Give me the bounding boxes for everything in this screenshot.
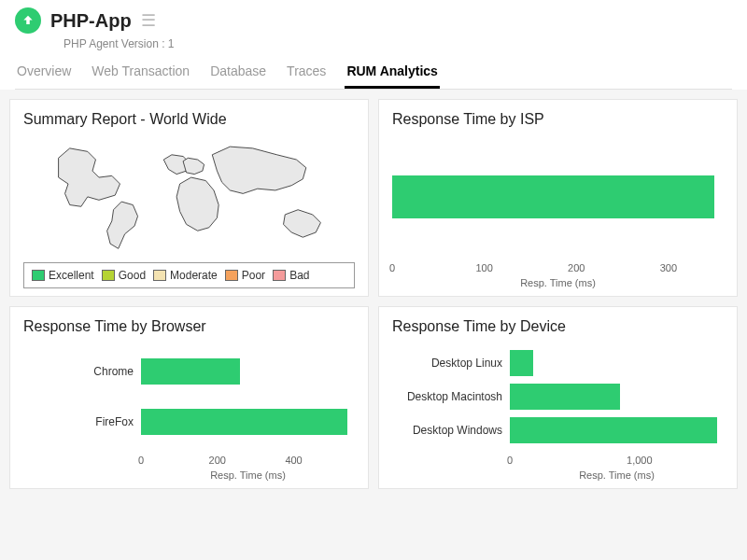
- axis-tick: 0: [507, 455, 513, 466]
- bar-row: Chrome: [23, 358, 355, 385]
- bar-track: [510, 350, 724, 376]
- bar-track: [510, 417, 724, 443]
- tab-overview[interactable]: Overview: [15, 58, 73, 89]
- bar-fill: [141, 409, 347, 435]
- axis-label: Resp. Time (ms): [392, 277, 724, 288]
- legend-item: Good: [102, 269, 146, 282]
- legend-swatch: [273, 270, 286, 281]
- bar-row: Desktop Windows: [392, 417, 724, 443]
- bar-label: Desktop Macintosh: [392, 390, 502, 403]
- bar-track: [141, 358, 355, 385]
- axis-tick: 1,000: [627, 455, 653, 466]
- card-title: Response Time by ISP: [392, 111, 724, 128]
- bar-label: Chrome: [23, 365, 134, 378]
- card-isp: Response Time by ISP 0100200300Resp. Tim…: [378, 99, 738, 297]
- legend-item: Excellent: [32, 269, 94, 282]
- axis-tick: 0: [138, 455, 144, 466]
- bar-track: [392, 175, 724, 218]
- axis-tick: 200: [568, 262, 585, 273]
- legend-swatch: [32, 270, 45, 281]
- status-icon: [15, 7, 41, 34]
- tab-rum-analytics[interactable]: RUM Analytics: [345, 58, 440, 89]
- axis-tick: 200: [209, 455, 226, 466]
- axis-tick: 100: [475, 262, 492, 273]
- browser-chart: ChromeFireFox: [23, 343, 355, 451]
- bar-fill: [510, 384, 620, 410]
- legend-swatch: [225, 270, 238, 281]
- bar-row: Desktop Linux: [392, 350, 724, 376]
- bar-track: [141, 409, 355, 435]
- legend-label: Moderate: [170, 269, 218, 282]
- legend-swatch: [153, 270, 166, 281]
- card-title: Summary Report - World Wide: [23, 111, 355, 128]
- legend-item: Poor: [225, 269, 265, 282]
- legend-item: Bad: [273, 269, 309, 282]
- bar-fill: [510, 350, 533, 376]
- tab-database[interactable]: Database: [208, 58, 268, 89]
- legend-item: Moderate: [153, 269, 218, 282]
- agent-version: PHP Agent Version : 1: [63, 37, 732, 50]
- card-device: Response Time by Device Desktop LinuxDes…: [378, 306, 738, 489]
- bar-fill: [392, 175, 714, 218]
- bar-track: [510, 384, 724, 410]
- card-title: Response Time by Browser: [23, 318, 355, 335]
- world-map-svg: [40, 135, 339, 257]
- legend-label: Poor: [242, 269, 265, 282]
- legend-label: Good: [119, 269, 146, 282]
- world-map: [23, 135, 355, 257]
- axis-tick: 0: [389, 262, 395, 273]
- axis-tick: 300: [660, 262, 677, 273]
- card-world-summary: Summary Report - World Wide ExcellentGoo…: [9, 99, 369, 297]
- legend-label: Bad: [289, 269, 309, 282]
- bar-fill: [510, 417, 717, 443]
- app-title: PHP-App: [50, 10, 132, 32]
- bar-row: [392, 175, 724, 218]
- card-title: Response Time by Device: [392, 318, 724, 335]
- tab-traces[interactable]: Traces: [285, 58, 328, 89]
- bar-label: Desktop Linux: [392, 357, 502, 370]
- axis-tick: 400: [285, 455, 302, 466]
- axis-label: Resp. Time (ms): [141, 469, 355, 481]
- card-browser: Response Time by Browser ChromeFireFox 0…: [9, 306, 369, 489]
- axis-label: Resp. Time (ms): [510, 469, 724, 481]
- menu-icon[interactable]: ☰: [141, 12, 156, 29]
- legend-swatch: [102, 270, 115, 281]
- device-chart: Desktop LinuxDesktop MacintoshDesktop Wi…: [392, 343, 724, 451]
- tab-bar: OverviewWeb TransactionDatabaseTracesRUM…: [15, 58, 732, 90]
- bar-row: Desktop Macintosh: [392, 384, 724, 410]
- legend-label: Excellent: [49, 269, 94, 282]
- bar-row: FireFox: [23, 409, 355, 435]
- isp-chart: [392, 135, 724, 259]
- bar-fill: [141, 358, 240, 385]
- app-header: PHP-App ☰ PHP Agent Version : 1 Overview…: [0, 0, 747, 90]
- map-legend: ExcellentGoodModeratePoorBad: [23, 262, 355, 288]
- bar-label: FireFox: [23, 415, 134, 428]
- tab-web-transaction[interactable]: Web Transaction: [90, 58, 191, 89]
- bar-label: Desktop Windows: [392, 424, 502, 437]
